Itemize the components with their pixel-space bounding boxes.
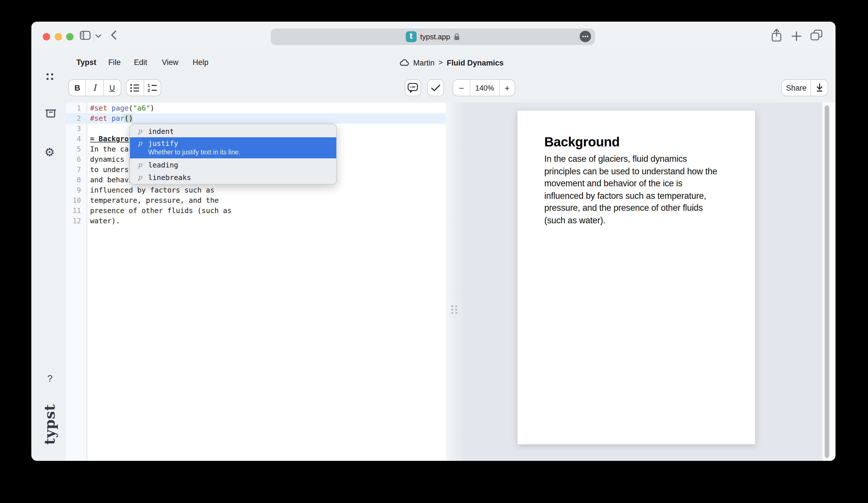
files-box-icon[interactable] [45,108,56,118]
help-icon[interactable]: ? [47,373,52,384]
download-button[interactable] [811,80,828,96]
breadcrumb: Martin > Fluid Dynamics [400,57,504,69]
menu-edit[interactable]: Edit [134,57,147,68]
tabs-icon [810,30,823,40]
site-favicon: t [406,31,417,42]
param-badge: p [138,139,148,147]
menu-file[interactable]: File [108,57,121,68]
autocomplete-description: Whether to justify text in its line. [148,148,336,157]
toolbar-divider [93,30,94,43]
line-number: 9 [65,185,81,196]
line-number: 10 [65,196,81,206]
preview-scrollbar-thumb[interactable] [825,105,829,458]
close-button[interactable] [43,33,50,40]
browser-toolbar: t typst.app [31,22,836,48]
tab-overview-button[interactable] [810,30,823,40]
chevron-down-icon[interactable] [95,34,102,38]
pane-resize-divider[interactable] [446,103,463,461]
apps-grid-icon[interactable] [46,73,54,80]
check-button[interactable] [427,79,444,96]
traffic-lights [43,33,73,40]
breadcrumb-document-title[interactable]: Fluid Dynamics [447,59,504,67]
zoom-level[interactable]: 140% [470,80,499,96]
settings-gear-icon[interactable]: ⚙ [44,146,55,158]
zoom-out-button[interactable]: − [453,80,470,96]
fullscreen-button[interactable] [66,33,73,40]
bold-button[interactable]: B [69,80,86,96]
preview-heading: Background [544,134,734,149]
zoom-in-button[interactable]: + [499,80,515,96]
cloud-icon [400,59,409,66]
code-line[interactable]: 9 influenced by factors such as [65,185,446,196]
menu-typst[interactable]: Typst [76,57,96,68]
line-number: 6 [65,154,81,165]
code-line[interactable]: 12 water). [65,216,446,226]
preview-scrollbar-track[interactable] [823,103,836,461]
line-number: 8 [65,175,81,185]
italic-button[interactable]: I [86,80,103,96]
code-text: #set par() [90,113,133,124]
autocomplete-item-indent[interactable]: p indent [130,125,336,137]
share-page-button[interactable] [771,29,783,42]
line-number: 4 [65,134,81,144]
underline-button[interactable]: U [103,80,121,96]
new-tab-button[interactable] [792,31,801,41]
ellipsis-icon [582,35,589,38]
comments-button[interactable] [405,79,421,96]
address-bar[interactable]: t typst.app [271,28,595,45]
code-text: influenced by factors such as [90,185,215,196]
bullet-list-button[interactable] [126,80,143,96]
line-number: 7 [65,165,81,175]
line-number: 2 [65,113,81,124]
minimize-button[interactable] [54,33,62,40]
autocomplete-popup: p indent p justify Whether to justify te… [130,124,337,185]
autocomplete-label: linebreaks [148,173,191,181]
autocomplete-item-leading[interactable]: p leading [130,158,336,171]
code-line-active[interactable]: 2 #set par() [65,113,446,124]
preview-pane: Background In the case of glaciers, flui… [463,103,823,461]
menu-view[interactable]: View [162,57,178,68]
numbered-list-button[interactable]: 1 2 [143,80,161,96]
code-text: presence of other fluids (such as [90,206,232,216]
line-number: 3 [65,124,81,134]
share-button[interactable]: Share [782,80,811,96]
line-number: 11 [65,206,81,216]
drag-handle-icon[interactable] [451,305,458,314]
zoom-controls: − 140% + [453,79,515,96]
back-button[interactable] [111,30,117,40]
autocomplete-label: leading [148,160,178,169]
share-icon [771,29,783,42]
menu-help[interactable]: Help [193,57,209,68]
param-badge: p [138,173,148,181]
bullet-list-icon [130,83,140,92]
checkmark-icon [431,84,441,92]
share-group: Share [781,79,828,96]
text-style-group: B I U [69,79,121,96]
code-text: temperature, pressure, and the [90,196,219,206]
preview-paragraph: In the case of glaciers, fluid dynamics … [544,153,734,226]
page-menu-button[interactable] [580,31,591,42]
box-icon [45,108,56,118]
code-line[interactable]: 1 #set page("a6") [65,103,446,113]
autocomplete-item-linebreaks[interactable]: p linebreaks [130,171,336,184]
preview-page: Background In the case of glaciers, flui… [517,111,755,444]
screen: t typst.app [0,0,868,503]
matched-parens-highlight: () [124,114,133,123]
svg-text:1: 1 [148,83,150,87]
code-text: water). [90,216,120,226]
url-text: typst.app [420,32,450,41]
autocomplete-item-justify-selected[interactable]: p justify Whether to justify text in its… [130,137,336,158]
list-group: 1 2 [126,79,161,96]
download-icon [815,83,824,92]
typst-logo: typst [41,399,58,450]
param-badge: p [138,161,148,169]
param-badge: p [138,127,148,135]
browser-window: t typst.app [31,22,836,461]
svg-text:2: 2 [148,87,150,92]
code-line[interactable]: 10 temperature, pressure, and the [65,196,446,206]
grid-dots-icon [46,73,54,80]
autocomplete-label: indent [148,127,174,135]
breadcrumb-workspace[interactable]: Martin [413,59,435,67]
code-line[interactable]: 11 presence of other fluids (such as [65,206,446,216]
sidebar-toggle-icon[interactable] [80,31,91,40]
